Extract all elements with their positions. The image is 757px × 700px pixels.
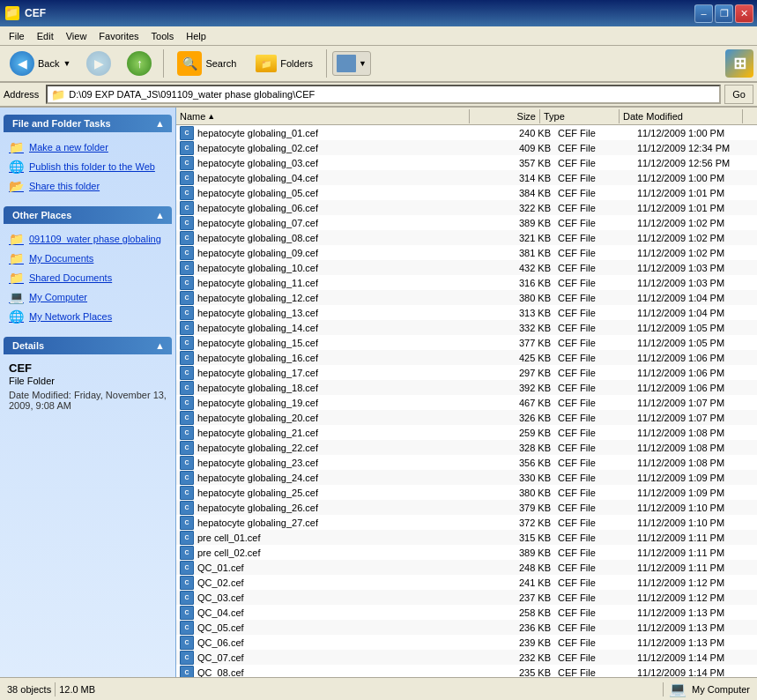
file-cell-name: Chepatocyte globaling_05.cef	[176, 185, 484, 201]
file-cell-date: 11/12/2009 1:05 PM	[634, 322, 757, 334]
details-header[interactable]: Details ▲	[4, 337, 172, 354]
back-button[interactable]: ◀ Back ▼	[4, 48, 77, 79]
cef-icon: C	[180, 531, 194, 545]
col-header-name[interactable]: Name ▲	[176, 109, 470, 123]
file-row[interactable]: Chepatocyte globaling_07.cef389 KBCEF Fi…	[176, 215, 757, 230]
file-cell-name: Chepatocyte globaling_21.cef	[176, 425, 484, 441]
other-places-item-2[interactable]: 📁 Shared Documents	[9, 268, 172, 287]
file-row[interactable]: CQC_07.cef232 KBCEF File11/12/2009 1:14 …	[176, 650, 757, 665]
file-cell-date: 11/12/2009 1:02 PM	[634, 217, 757, 229]
file-row[interactable]: CQC_06.cef239 KBCEF File11/12/2009 1:13 …	[176, 635, 757, 650]
other-places-item-0[interactable]: 📁 091109_water phase globaling	[9, 229, 172, 249]
file-cell-size: 372 KB	[484, 517, 554, 529]
file-cell-date: 11/12/2009 1:08 PM	[634, 442, 757, 454]
menu-help[interactable]: Help	[181, 29, 212, 43]
file-row[interactable]: Chepatocyte globaling_27.cef372 KBCEF Fi…	[176, 515, 757, 530]
file-row[interactable]: Chepatocyte globaling_08.cef321 KBCEF Fi…	[176, 230, 757, 245]
file-row[interactable]: Chepatocyte globaling_16.cef425 KBCEF Fi…	[176, 350, 757, 365]
file-row[interactable]: CQC_03.cef237 KBCEF File11/12/2009 1:12 …	[176, 590, 757, 605]
menu-tools[interactable]: Tools	[146, 29, 180, 43]
file-row[interactable]: Chepatocyte globaling_26.cef379 KBCEF Fi…	[176, 500, 757, 515]
file-row[interactable]: Chepatocyte globaling_06.cef322 KBCEF Fi…	[176, 200, 757, 215]
file-row[interactable]: Chepatocyte globaling_03.cef357 KBCEF Fi…	[176, 155, 757, 170]
toolbar-separator-2	[326, 49, 327, 78]
details-content: CEF File Folder Date Modified: Friday, N…	[0, 354, 175, 418]
up-button[interactable]: ↑	[121, 48, 158, 79]
file-cell-type: CEF File	[554, 652, 634, 664]
forward-button[interactable]: ▶	[80, 48, 117, 79]
other-places-item-4[interactable]: 🌐 My Network Places	[9, 307, 172, 326]
cef-icon: C	[180, 186, 194, 200]
folders-button[interactable]: 📁 Folders	[248, 51, 321, 76]
file-row[interactable]: CQC_02.cef241 KBCEF File11/12/2009 1:12 …	[176, 575, 757, 590]
file-cell-name: CQC_05.cef	[176, 620, 484, 636]
file-row[interactable]: CQC_08.cef235 KBCEF File11/12/2009 1:14 …	[176, 665, 757, 677]
menu-file[interactable]: File	[4, 29, 30, 43]
file-row[interactable]: Chepatocyte globaling_12.cef380 KBCEF Fi…	[176, 290, 757, 305]
search-button[interactable]: 🔍 Search	[169, 48, 244, 79]
file-row[interactable]: Chepatocyte globaling_18.cef392 KBCEF Fi…	[176, 380, 757, 395]
menu-edit[interactable]: Edit	[32, 29, 59, 43]
col-header-size[interactable]: Size	[470, 109, 540, 123]
file-row[interactable]: Chepatocyte globaling_14.cef332 KBCEF Fi…	[176, 320, 757, 335]
file-row[interactable]: Chepatocyte globaling_02.cef409 KBCEF Fi…	[176, 140, 757, 155]
file-cell-name: Chepatocyte globaling_07.cef	[176, 215, 484, 231]
file-row[interactable]: CQC_05.cef236 KBCEF File11/12/2009 1:13 …	[176, 620, 757, 635]
file-row[interactable]: Chepatocyte globaling_15.cef377 KBCEF Fi…	[176, 335, 757, 350]
address-value[interactable]: D:\09 EXP DATA_JS\091109_water phase glo…	[69, 89, 315, 100]
file-row[interactable]: Chepatocyte globaling_19.cef467 KBCEF Fi…	[176, 395, 757, 410]
other-places-item-1[interactable]: 📁 My Documents	[9, 249, 172, 268]
file-row[interactable]: CQC_04.cef258 KBCEF File11/12/2009 1:13 …	[176, 605, 757, 620]
cef-icon: C	[180, 636, 194, 650]
file-cell-date: 11/12/2009 1:10 PM	[634, 517, 757, 529]
cef-icon: C	[180, 546, 194, 560]
close-button[interactable]: ✕	[735, 4, 753, 23]
file-row[interactable]: Chepatocyte globaling_04.cef314 KBCEF Fi…	[176, 170, 757, 185]
file-cell-name: CQC_07.cef	[176, 650, 484, 666]
go-button[interactable]: Go	[724, 85, 753, 104]
file-cell-date: 11/12/2009 1:08 PM	[634, 427, 757, 439]
file-row[interactable]: Chepatocyte globaling_10.cef432 KBCEF Fi…	[176, 260, 757, 275]
file-row[interactable]: Chepatocyte globaling_01.cef240 KBCEF Fi…	[176, 125, 757, 140]
col-header-date[interactable]: Date Modified	[620, 109, 743, 123]
file-cell-name: Chepatocyte globaling_02.cef	[176, 140, 484, 156]
share-folder-item[interactable]: 📂 Share this folder	[9, 176, 172, 196]
file-row[interactable]: CQC_01.cef248 KBCEF File11/12/2009 1:11 …	[176, 560, 757, 575]
folders-icon: 📁	[256, 55, 277, 72]
file-folder-tasks-header[interactable]: File and Folder Tasks ▲	[4, 115, 172, 132]
file-cell-size: 237 KB	[484, 592, 554, 604]
file-row[interactable]: Cpre cell_01.cef315 KBCEF File11/12/2009…	[176, 530, 757, 545]
other-places-item-3[interactable]: 💻 My Computer	[9, 287, 172, 307]
other-places-header[interactable]: Other Places ▲	[4, 206, 172, 224]
make-new-folder-item[interactable]: 📁 Make a new folder	[9, 138, 172, 157]
restore-button[interactable]: ❐	[715, 4, 733, 23]
menu-view[interactable]: View	[61, 29, 93, 43]
cef-icon: C	[180, 606, 194, 620]
file-row[interactable]: Chepatocyte globaling_21.cef259 KBCEF Fi…	[176, 425, 757, 440]
cef-icon: C	[180, 471, 194, 485]
menu-favorites[interactable]: Favorites	[93, 29, 144, 43]
file-row[interactable]: Chepatocyte globaling_05.cef384 KBCEF Fi…	[176, 185, 757, 200]
file-row[interactable]: Chepatocyte globaling_22.cef328 KBCEF Fi…	[176, 440, 757, 455]
file-row[interactable]: Chepatocyte globaling_23.cef356 KBCEF Fi…	[176, 455, 757, 470]
views-button[interactable]: ▼	[332, 51, 371, 76]
file-cell-type: CEF File	[554, 457, 634, 469]
col-header-type[interactable]: Type	[540, 109, 620, 123]
file-row[interactable]: Chepatocyte globaling_17.cef297 KBCEF Fi…	[176, 365, 757, 380]
file-row[interactable]: Chepatocyte globaling_11.cef316 KBCEF Fi…	[176, 275, 757, 290]
file-row[interactable]: Cpre cell_02.cef389 KBCEF File11/12/2009…	[176, 545, 757, 560]
file-cell-size: 240 KB	[484, 127, 554, 139]
file-cell-size: 389 KB	[484, 547, 554, 559]
file-row[interactable]: Chepatocyte globaling_13.cef313 KBCEF Fi…	[176, 305, 757, 320]
file-row[interactable]: Chepatocyte globaling_25.cef380 KBCEF Fi…	[176, 485, 757, 500]
file-row[interactable]: Chepatocyte globaling_09.cef381 KBCEF Fi…	[176, 245, 757, 260]
file-cell-type: CEF File	[554, 607, 634, 619]
other-places-label-3: My Computer	[29, 292, 87, 302]
minimize-button[interactable]: –	[694, 4, 713, 23]
file-row[interactable]: Chepatocyte globaling_24.cef330 KBCEF Fi…	[176, 470, 757, 485]
publish-folder-item[interactable]: 🌐 Publish this folder to the Web	[9, 157, 172, 176]
file-list-body[interactable]: Chepatocyte globaling_01.cef240 KBCEF Fi…	[176, 125, 757, 677]
file-cell-name: Chepatocyte globaling_20.cef	[176, 410, 484, 426]
file-row[interactable]: Chepatocyte globaling_20.cef326 KBCEF Fi…	[176, 410, 757, 425]
sort-arrow-name: ▲	[207, 112, 215, 121]
